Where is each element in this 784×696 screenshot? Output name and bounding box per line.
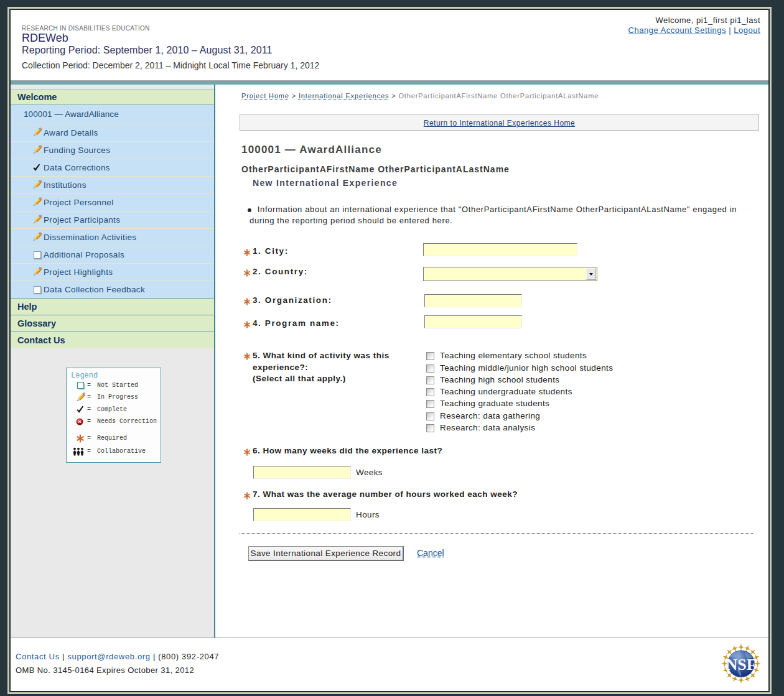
svg-text:NSF: NSF (726, 656, 756, 674)
